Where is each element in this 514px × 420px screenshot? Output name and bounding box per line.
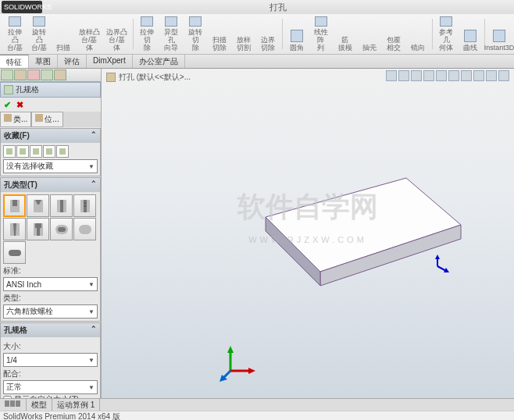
ribbon-revolve-boss[interactable]: 旋转凸台/基	[27, 16, 51, 52]
custom-size-checkbox[interactable]: 显示自定义大小(Z)	[3, 394, 98, 398]
section-holetype-header[interactable]: 孔类型(T)⌃	[1, 178, 100, 192]
property-manager: 孔规格 ✔ ✖ 类... 位... 收藏(F)⌃ 没有选择收藏▼	[0, 69, 102, 398]
holetype-slot[interactable]	[3, 241, 26, 264]
ribbon-linear-pattern[interactable]: 线性阵列	[309, 16, 333, 52]
ribbon-curves[interactable]: 曲线	[459, 16, 482, 52]
type-dropdown[interactable]: 六角精致螺栓▼	[3, 304, 98, 319]
pm-tab-dimxpert-icon[interactable]	[41, 69, 53, 80]
tab-dimxpert[interactable]: DimXpert	[87, 55, 133, 68]
fav-apply-icon[interactable]	[3, 145, 16, 158]
subtab-position[interactable]: 位...	[31, 112, 62, 127]
fav-add-icon[interactable]	[16, 145, 29, 158]
svg-rect-1	[12, 200, 17, 206]
holetype-pipetap[interactable]	[3, 218, 26, 240]
holetype-countersink[interactable]	[27, 194, 49, 217]
revolve-cut-icon	[189, 16, 202, 27]
type-tab-icon	[4, 114, 12, 122]
part-icon	[106, 73, 116, 82]
scene-icon[interactable]	[486, 70, 497, 81]
ribbon-loft[interactable]: 放样凸台/基体	[76, 16, 102, 52]
ribbon-instant3d[interactable]: Instant3D	[487, 16, 511, 52]
ribbon-sweep[interactable]: 扫描	[52, 16, 75, 52]
fillet-icon	[291, 30, 303, 42]
standard-dropdown[interactable]: ANSI Inch▼	[3, 277, 98, 291]
holetype-slot-cs[interactable]	[73, 218, 96, 240]
pm-title-bar: 孔规格	[0, 82, 101, 98]
btab-nav[interactable]	[0, 399, 27, 411]
fit-dropdown[interactable]: 正常▼	[3, 380, 98, 394]
section-spec-header[interactable]: 孔规格⌃	[1, 323, 100, 337]
extrude-cut-icon	[141, 16, 153, 27]
origin-triad-icon	[426, 254, 449, 278]
pm-tab-feature-tree-icon[interactable]	[1, 69, 13, 80]
pm-tab-display-icon[interactable]	[54, 69, 66, 80]
zoom-fit-icon[interactable]	[386, 70, 397, 81]
cancel-button[interactable]: ✖	[14, 99, 25, 110]
tab-evaluate[interactable]: 评估	[58, 55, 87, 68]
standard-label: 标准:	[3, 265, 98, 276]
holetype-legacy[interactable]	[27, 218, 49, 240]
prev-view-icon[interactable]	[411, 70, 422, 81]
fav-save-icon[interactable]	[43, 145, 55, 158]
instant3d-icon	[493, 30, 505, 42]
view-orient-icon[interactable]	[436, 70, 447, 81]
ribbon-hole-wizard[interactable]: 异型孔向导	[159, 16, 183, 52]
svg-marker-27	[227, 346, 234, 353]
view-settings-icon[interactable]	[498, 70, 509, 81]
pm-tab-config-icon[interactable]	[27, 69, 40, 80]
ribbon-loft-cut[interactable]: 放样切割	[232, 16, 255, 52]
svg-rect-13	[35, 223, 41, 228]
curves-icon	[464, 30, 477, 42]
holetype-slot-cb[interactable]	[50, 218, 73, 240]
ribbon-shell[interactable]: 抽壳	[358, 16, 381, 52]
chevron-down-icon: ▼	[88, 281, 95, 288]
hide-show-icon[interactable]	[461, 70, 472, 81]
pattern-icon	[315, 16, 327, 27]
ok-button[interactable]: ✔	[2, 99, 12, 110]
pm-tab-property-icon[interactable]	[14, 69, 27, 80]
fav-delete-icon[interactable]	[30, 145, 42, 158]
holetype-hole[interactable]	[50, 194, 73, 217]
document-title: 打孔	[42, 2, 514, 13]
svg-rect-17	[79, 225, 91, 234]
3d-viewport[interactable]: 打孔 (默认<<默认>... 软件自学网 WWW.RJZXW.COM	[102, 69, 514, 398]
ribbon-revolve-cut[interactable]: 旋转切除	[184, 16, 207, 52]
ribbon-extrude-cut[interactable]: 拉伸切除	[135, 16, 159, 52]
holetype-tap[interactable]	[73, 194, 96, 217]
tab-sketch[interactable]: 草图	[29, 55, 58, 68]
ribbon-mirror[interactable]: 镜向	[406, 16, 430, 52]
section-view-icon[interactable]	[423, 70, 434, 81]
svg-marker-29	[248, 368, 255, 374]
favorites-dropdown[interactable]: 没有选择收藏▼	[3, 159, 98, 173]
ribbon-toolbar: 拉伸凸台/基 旋转凸台/基 扫描 放样凸台/基体 边界凸台/基体 拉伸切除 异型…	[0, 14, 514, 55]
svg-marker-23	[435, 254, 440, 259]
ribbon-fillet[interactable]: 圆角	[285, 16, 309, 52]
display-style-icon[interactable]	[448, 70, 459, 81]
btab-motion[interactable]: 运动算例 1	[52, 399, 100, 411]
ribbon-wrap[interactable]: 包覆相交	[382, 16, 405, 52]
section-favorites-header[interactable]: 收藏(F)⌃	[1, 129, 100, 143]
svg-rect-18	[9, 250, 21, 256]
ribbon-rib[interactable]: 筋拔模	[334, 16, 357, 52]
holetype-counterbore[interactable]	[3, 194, 26, 217]
ribbon-boundary-cut[interactable]: 边界切除	[256, 16, 280, 52]
chevron-up-icon: ⌃	[91, 130, 97, 141]
fav-load-icon[interactable]	[56, 145, 69, 158]
hole-spec-icon	[4, 85, 13, 94]
zoom-area-icon[interactable]	[398, 70, 409, 81]
status-bar: SolidWorks Premium 2014 x64 版	[0, 411, 514, 420]
ribbon-sweep-cut[interactable]: 扫描切除	[208, 16, 231, 52]
subtab-type[interactable]: 类...	[0, 112, 31, 127]
tab-features[interactable]: 特征	[0, 55, 29, 68]
extrude-icon	[9, 16, 21, 27]
hole-icon	[165, 16, 177, 27]
chevron-up-icon: ⌃	[91, 180, 97, 190]
svg-rect-5	[60, 200, 63, 212]
tab-office[interactable]: 办公室产品	[133, 55, 185, 68]
appearance-icon[interactable]	[473, 70, 484, 81]
size-dropdown[interactable]: 1/4▼	[3, 353, 98, 367]
btab-model[interactable]: 模型	[27, 399, 52, 411]
ribbon-extrude-boss[interactable]: 拉伸凸台/基	[3, 16, 27, 52]
ribbon-boundary[interactable]: 边界凸台/基体	[103, 16, 130, 52]
ribbon-ref-geom[interactable]: 参考几何体	[434, 16, 458, 52]
